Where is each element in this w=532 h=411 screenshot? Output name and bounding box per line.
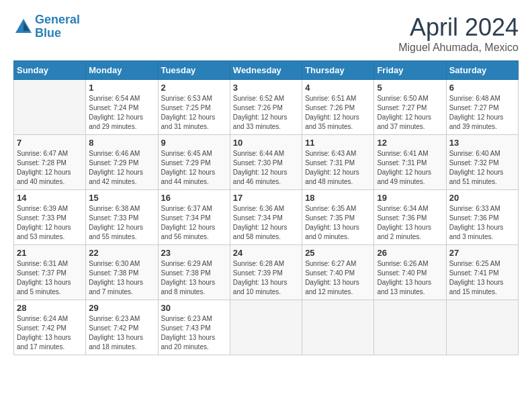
calendar-cell-4-1: 29Sunrise: 6:23 AM Sunset: 7:42 PM Dayli… [86, 300, 158, 355]
calendar-cell-2-0: 14Sunrise: 6:39 AM Sunset: 7:33 PM Dayli… [14, 190, 86, 245]
calendar-cell-1-2: 9Sunrise: 6:45 AM Sunset: 7:29 PM Daylig… [158, 135, 230, 190]
day-info-28: Sunrise: 6:24 AM Sunset: 7:42 PM Dayligh… [17, 314, 83, 352]
day-info-3: Sunrise: 6:52 AM Sunset: 7:26 PM Dayligh… [233, 94, 299, 132]
day-info-27: Sunrise: 6:25 AM Sunset: 7:41 PM Dayligh… [449, 259, 515, 297]
day-number-9: 9 [161, 138, 227, 148]
header-thursday: Thursday [302, 61, 374, 80]
day-info-21: Sunrise: 6:31 AM Sunset: 7:37 PM Dayligh… [17, 259, 83, 297]
logo-line2: Blue [35, 26, 61, 40]
day-number-4: 4 [305, 83, 371, 93]
day-number-12: 12 [377, 138, 443, 148]
header-sunday: Sunday [14, 61, 86, 80]
day-number-24: 24 [233, 248, 299, 258]
day-number-10: 10 [233, 138, 299, 148]
day-info-18: Sunrise: 6:35 AM Sunset: 7:35 PM Dayligh… [305, 204, 371, 242]
day-info-24: Sunrise: 6:28 AM Sunset: 7:39 PM Dayligh… [233, 259, 299, 297]
location: Miguel Ahumada, Mexico [398, 42, 519, 54]
day-info-26: Sunrise: 6:26 AM Sunset: 7:40 PM Dayligh… [377, 259, 443, 297]
day-number-27: 27 [449, 248, 515, 258]
week-row-1: 7Sunrise: 6:47 AM Sunset: 7:28 PM Daylig… [14, 135, 519, 190]
day-info-16: Sunrise: 6:37 AM Sunset: 7:34 PM Dayligh… [161, 204, 227, 242]
calendar-cell-3-2: 23Sunrise: 6:29 AM Sunset: 7:38 PM Dayli… [158, 245, 230, 300]
day-info-15: Sunrise: 6:38 AM Sunset: 7:33 PM Dayligh… [89, 204, 154, 242]
day-number-11: 11 [305, 138, 371, 148]
day-number-8: 8 [89, 138, 154, 148]
calendar-cell-4-5 [374, 300, 446, 355]
calendar-cell-0-4: 4Sunrise: 6:51 AM Sunset: 7:26 PM Daylig… [302, 80, 374, 135]
calendar-cell-0-3: 3Sunrise: 6:52 AM Sunset: 7:26 PM Daylig… [230, 80, 302, 135]
day-number-16: 16 [161, 193, 227, 203]
day-number-15: 15 [89, 193, 154, 203]
calendar-cell-3-5: 26Sunrise: 6:26 AM Sunset: 7:40 PM Dayli… [374, 245, 446, 300]
day-number-2: 2 [161, 83, 227, 93]
day-number-5: 5 [377, 83, 443, 93]
day-info-7: Sunrise: 6:47 AM Sunset: 7:28 PM Dayligh… [17, 149, 83, 187]
calendar-cell-2-6: 20Sunrise: 6:33 AM Sunset: 7:36 PM Dayli… [446, 190, 518, 245]
calendar-cell-1-5: 12Sunrise: 6:41 AM Sunset: 7:31 PM Dayli… [374, 135, 446, 190]
calendar-cell-1-3: 10Sunrise: 6:44 AM Sunset: 7:30 PM Dayli… [230, 135, 302, 190]
week-row-0: 1Sunrise: 6:54 AM Sunset: 7:24 PM Daylig… [14, 80, 519, 135]
month-title: April 2024 [398, 13, 519, 42]
day-number-23: 23 [161, 248, 227, 258]
calendar-cell-3-1: 22Sunrise: 6:30 AM Sunset: 7:38 PM Dayli… [86, 245, 158, 300]
logo-line1: General [35, 13, 80, 26]
header-monday: Monday [86, 61, 158, 80]
header-friday: Friday [374, 61, 446, 80]
day-info-4: Sunrise: 6:51 AM Sunset: 7:26 PM Dayligh… [305, 94, 371, 132]
header: General Blue April 2024 Miguel Ahumada, … [13, 13, 519, 54]
title-area: April 2024 Miguel Ahumada, Mexico [398, 13, 519, 54]
day-number-19: 19 [377, 193, 443, 203]
calendar-cell-4-4 [302, 300, 374, 355]
day-info-11: Sunrise: 6:43 AM Sunset: 7:31 PM Dayligh… [305, 149, 371, 187]
calendar-cell-0-6: 6Sunrise: 6:48 AM Sunset: 7:27 PM Daylig… [446, 80, 518, 135]
day-info-23: Sunrise: 6:29 AM Sunset: 7:38 PM Dayligh… [161, 259, 227, 297]
calendar-cell-4-0: 28Sunrise: 6:24 AM Sunset: 7:42 PM Dayli… [14, 300, 86, 355]
day-info-20: Sunrise: 6:33 AM Sunset: 7:36 PM Dayligh… [449, 204, 515, 242]
day-info-5: Sunrise: 6:50 AM Sunset: 7:27 PM Dayligh… [377, 94, 443, 132]
day-info-10: Sunrise: 6:44 AM Sunset: 7:30 PM Dayligh… [233, 149, 299, 187]
day-info-13: Sunrise: 6:40 AM Sunset: 7:32 PM Dayligh… [449, 149, 515, 187]
calendar-cell-3-3: 24Sunrise: 6:28 AM Sunset: 7:39 PM Dayli… [230, 245, 302, 300]
day-number-20: 20 [449, 193, 515, 203]
week-row-2: 14Sunrise: 6:39 AM Sunset: 7:33 PM Dayli… [14, 190, 519, 245]
calendar-cell-0-0 [14, 80, 86, 135]
calendar-cell-4-3 [230, 300, 302, 355]
day-info-29: Sunrise: 6:23 AM Sunset: 7:42 PM Dayligh… [89, 314, 154, 352]
week-row-4: 28Sunrise: 6:24 AM Sunset: 7:42 PM Dayli… [14, 300, 519, 355]
calendar-cell-3-4: 25Sunrise: 6:27 AM Sunset: 7:40 PM Dayli… [302, 245, 374, 300]
day-number-3: 3 [233, 83, 299, 93]
day-info-12: Sunrise: 6:41 AM Sunset: 7:31 PM Dayligh… [377, 149, 443, 187]
logo-text: General Blue [35, 13, 80, 40]
calendar-cell-1-4: 11Sunrise: 6:43 AM Sunset: 7:31 PM Dayli… [302, 135, 374, 190]
day-info-6: Sunrise: 6:48 AM Sunset: 7:27 PM Dayligh… [449, 94, 515, 132]
day-info-9: Sunrise: 6:45 AM Sunset: 7:29 PM Dayligh… [161, 149, 227, 187]
day-number-13: 13 [449, 138, 515, 148]
day-number-28: 28 [17, 303, 83, 313]
day-info-22: Sunrise: 6:30 AM Sunset: 7:38 PM Dayligh… [89, 259, 154, 297]
day-number-25: 25 [305, 248, 371, 258]
calendar-cell-3-0: 21Sunrise: 6:31 AM Sunset: 7:37 PM Dayli… [14, 245, 86, 300]
week-row-3: 21Sunrise: 6:31 AM Sunset: 7:37 PM Dayli… [14, 245, 519, 300]
calendar-cell-3-6: 27Sunrise: 6:25 AM Sunset: 7:41 PM Dayli… [446, 245, 518, 300]
calendar-table: Sunday Monday Tuesday Wednesday Thursday… [13, 60, 519, 355]
calendar-header-row: Sunday Monday Tuesday Wednesday Thursday… [14, 61, 519, 80]
calendar-cell-2-1: 15Sunrise: 6:38 AM Sunset: 7:33 PM Dayli… [86, 190, 158, 245]
day-number-29: 29 [89, 303, 154, 313]
calendar-cell-1-0: 7Sunrise: 6:47 AM Sunset: 7:28 PM Daylig… [14, 135, 86, 190]
day-number-14: 14 [17, 193, 83, 203]
day-number-6: 6 [449, 83, 515, 93]
header-saturday: Saturday [446, 61, 518, 80]
day-number-22: 22 [89, 248, 154, 258]
calendar-cell-0-5: 5Sunrise: 6:50 AM Sunset: 7:27 PM Daylig… [374, 80, 446, 135]
header-tuesday: Tuesday [158, 61, 230, 80]
day-info-25: Sunrise: 6:27 AM Sunset: 7:40 PM Dayligh… [305, 259, 371, 297]
day-info-30: Sunrise: 6:23 AM Sunset: 7:43 PM Dayligh… [161, 314, 227, 352]
day-number-26: 26 [377, 248, 443, 258]
calendar-cell-2-3: 17Sunrise: 6:36 AM Sunset: 7:34 PM Dayli… [230, 190, 302, 245]
day-info-17: Sunrise: 6:36 AM Sunset: 7:34 PM Dayligh… [233, 204, 299, 242]
day-info-2: Sunrise: 6:53 AM Sunset: 7:25 PM Dayligh… [161, 94, 227, 132]
calendar-cell-4-6 [446, 300, 518, 355]
logo: General Blue [13, 13, 80, 40]
day-info-14: Sunrise: 6:39 AM Sunset: 7:33 PM Dayligh… [17, 204, 83, 242]
day-number-21: 21 [17, 248, 83, 258]
